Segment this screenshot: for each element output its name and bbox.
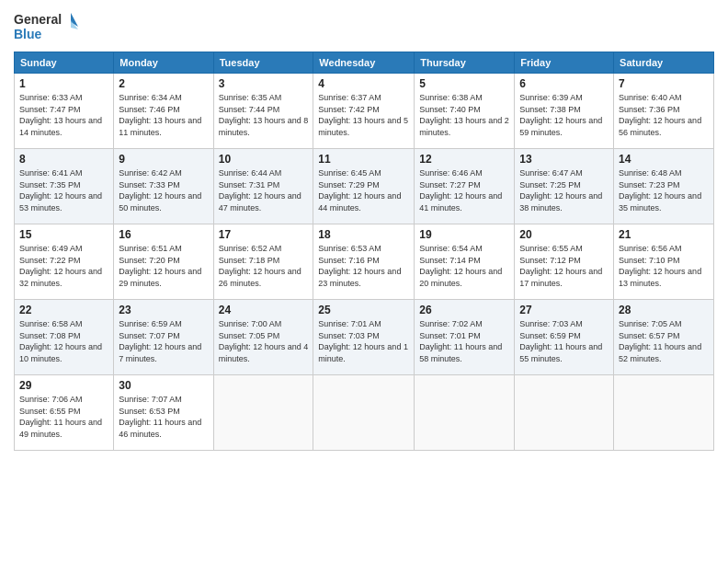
day-number: 3 [219, 77, 309, 90]
day-number: 14 [619, 153, 709, 166]
calendar-cell: 22Sunrise: 6:58 AMSunset: 7:08 PMDayligh… [15, 300, 114, 375]
calendar-cell: 9Sunrise: 6:42 AMSunset: 7:33 PMDaylight… [114, 149, 213, 224]
day-info: Sunrise: 6:47 AMSunset: 7:25 PMDaylight:… [519, 167, 609, 213]
calendar-cell: 10Sunrise: 6:44 AMSunset: 7:31 PMDayligh… [213, 149, 313, 224]
calendar-cell: 8Sunrise: 6:41 AMSunset: 7:35 PMDaylight… [15, 149, 114, 224]
day-number: 7 [619, 77, 709, 90]
calendar-cell: 1Sunrise: 6:33 AMSunset: 7:47 PMDaylight… [15, 74, 114, 149]
calendar-cell [213, 375, 313, 451]
calendar-table: SundayMondayTuesdayWednesdayThursdayFrid… [14, 52, 714, 451]
calendar-cell: 4Sunrise: 6:37 AMSunset: 7:42 PMDaylight… [313, 74, 415, 149]
day-info: Sunrise: 6:53 AMSunset: 7:16 PMDaylight:… [318, 243, 409, 289]
day-number: 12 [419, 153, 509, 166]
calendar-cell: 15Sunrise: 6:49 AMSunset: 7:22 PMDayligh… [15, 224, 114, 300]
day-number: 18 [318, 228, 409, 241]
day-number: 5 [419, 77, 509, 90]
day-info: Sunrise: 6:54 AMSunset: 7:14 PMDaylight:… [419, 243, 509, 289]
calendar-cell: 28Sunrise: 7:05 AMSunset: 6:57 PMDayligh… [614, 300, 714, 375]
day-info: Sunrise: 6:40 AMSunset: 7:36 PMDaylight:… [619, 92, 709, 138]
day-info: Sunrise: 7:01 AMSunset: 7:03 PMDaylight:… [318, 318, 409, 364]
week-row-3: 15Sunrise: 6:49 AMSunset: 7:22 PMDayligh… [15, 224, 714, 300]
day-number: 24 [219, 304, 309, 316]
calendar-cell: 16Sunrise: 6:51 AMSunset: 7:20 PMDayligh… [114, 224, 213, 300]
svg-text:Blue: Blue [14, 27, 42, 41]
day-number: 30 [119, 379, 208, 392]
day-number: 21 [619, 228, 709, 241]
day-number: 26 [419, 304, 509, 316]
day-info: Sunrise: 6:42 AMSunset: 7:33 PMDaylight:… [119, 167, 208, 213]
day-info: Sunrise: 6:38 AMSunset: 7:40 PMDaylight:… [419, 92, 509, 138]
day-info: Sunrise: 6:49 AMSunset: 7:22 PMDaylight:… [19, 243, 108, 289]
day-info: Sunrise: 7:06 AMSunset: 6:55 PMDaylight:… [19, 394, 108, 440]
day-info: Sunrise: 7:07 AMSunset: 6:53 PMDaylight:… [119, 394, 208, 440]
day-number: 19 [419, 228, 509, 241]
day-number: 27 [519, 304, 609, 316]
day-info: Sunrise: 6:41 AMSunset: 7:35 PMDaylight:… [19, 167, 108, 213]
day-info: Sunrise: 6:55 AMSunset: 7:12 PMDaylight:… [519, 243, 609, 289]
day-info: Sunrise: 6:34 AMSunset: 7:46 PMDaylight:… [119, 92, 208, 138]
logo: General Blue [14, 9, 78, 44]
day-number: 15 [19, 228, 108, 241]
calendar-cell: 2Sunrise: 6:34 AMSunset: 7:46 PMDaylight… [114, 74, 213, 149]
calendar-cell [515, 375, 614, 451]
day-info: Sunrise: 7:02 AMSunset: 7:01 PMDaylight:… [419, 318, 509, 364]
calendar-cell: 25Sunrise: 7:01 AMSunset: 7:03 PMDayligh… [313, 300, 415, 375]
calendar-cell: 12Sunrise: 6:46 AMSunset: 7:27 PMDayligh… [415, 149, 515, 224]
day-header-monday: Monday [114, 52, 213, 74]
day-number: 28 [619, 304, 709, 316]
day-number: 25 [318, 304, 409, 316]
calendar-cell: 29Sunrise: 7:06 AMSunset: 6:55 PMDayligh… [15, 375, 114, 451]
day-info: Sunrise: 6:51 AMSunset: 7:20 PMDaylight:… [119, 243, 208, 289]
week-row-2: 8Sunrise: 6:41 AMSunset: 7:35 PMDaylight… [15, 149, 714, 224]
day-number: 8 [19, 153, 108, 166]
day-number: 23 [119, 304, 208, 316]
day-header-saturday: Saturday [614, 52, 714, 74]
svg-text:General: General [14, 12, 62, 27]
day-info: Sunrise: 6:33 AMSunset: 7:47 PMDaylight:… [19, 92, 108, 138]
day-number: 13 [519, 153, 609, 166]
week-row-4: 22Sunrise: 6:58 AMSunset: 7:08 PMDayligh… [15, 300, 714, 375]
calendar-cell: 19Sunrise: 6:54 AMSunset: 7:14 PMDayligh… [415, 224, 515, 300]
day-number: 4 [318, 77, 409, 90]
calendar-cell: 17Sunrise: 6:52 AMSunset: 7:18 PMDayligh… [213, 224, 313, 300]
calendar-cell: 14Sunrise: 6:48 AMSunset: 7:23 PMDayligh… [614, 149, 714, 224]
day-number: 1 [19, 77, 108, 90]
day-number: 29 [19, 379, 108, 392]
week-row-1: 1Sunrise: 6:33 AMSunset: 7:47 PMDaylight… [15, 74, 714, 149]
day-info: Sunrise: 6:37 AMSunset: 7:42 PMDaylight:… [318, 92, 409, 138]
day-info: Sunrise: 6:48 AMSunset: 7:23 PMDaylight:… [619, 167, 709, 213]
day-header-friday: Friday [515, 52, 614, 74]
calendar-cell: 21Sunrise: 6:56 AMSunset: 7:10 PMDayligh… [614, 224, 714, 300]
day-header-tuesday: Tuesday [213, 52, 313, 74]
calendar-cell: 24Sunrise: 7:00 AMSunset: 7:05 PMDayligh… [213, 300, 313, 375]
calendar-cell: 3Sunrise: 6:35 AMSunset: 7:44 PMDaylight… [213, 74, 313, 149]
week-row-5: 29Sunrise: 7:06 AMSunset: 6:55 PMDayligh… [15, 375, 714, 451]
calendar-cell: 6Sunrise: 6:39 AMSunset: 7:38 PMDaylight… [515, 74, 614, 149]
day-number: 2 [119, 77, 208, 90]
day-info: Sunrise: 6:56 AMSunset: 7:10 PMDaylight:… [619, 243, 709, 289]
day-info: Sunrise: 7:00 AMSunset: 7:05 PMDaylight:… [219, 318, 309, 364]
day-info: Sunrise: 6:45 AMSunset: 7:29 PMDaylight:… [318, 167, 409, 213]
day-number: 20 [519, 228, 609, 241]
day-number: 16 [119, 228, 208, 241]
day-number: 11 [318, 153, 409, 166]
calendar-cell: 5Sunrise: 6:38 AMSunset: 7:40 PMDaylight… [415, 74, 515, 149]
calendar-cell: 26Sunrise: 7:02 AMSunset: 7:01 PMDayligh… [415, 300, 515, 375]
day-number: 17 [219, 228, 309, 241]
calendar-cell: 18Sunrise: 6:53 AMSunset: 7:16 PMDayligh… [313, 224, 415, 300]
day-number: 9 [119, 153, 208, 166]
day-number: 10 [219, 153, 309, 166]
day-info: Sunrise: 6:58 AMSunset: 7:08 PMDaylight:… [19, 318, 108, 364]
day-info: Sunrise: 6:46 AMSunset: 7:27 PMDaylight:… [419, 167, 509, 213]
day-info: Sunrise: 6:35 AMSunset: 7:44 PMDaylight:… [219, 92, 309, 138]
day-info: Sunrise: 7:03 AMSunset: 6:59 PMDaylight:… [519, 318, 609, 364]
day-header-wednesday: Wednesday [313, 52, 415, 74]
calendar-cell: 13Sunrise: 6:47 AMSunset: 7:25 PMDayligh… [515, 149, 614, 224]
day-info: Sunrise: 6:59 AMSunset: 7:07 PMDaylight:… [119, 318, 208, 364]
logo-svg: General Blue [14, 9, 78, 44]
page: General Blue SundayMondayTuesdayWednesda… [0, 0, 728, 563]
calendar-cell: 11Sunrise: 6:45 AMSunset: 7:29 PMDayligh… [313, 149, 415, 224]
day-info: Sunrise: 6:39 AMSunset: 7:38 PMDaylight:… [519, 92, 609, 138]
calendar-cell [614, 375, 714, 451]
calendar-cell [415, 375, 515, 451]
